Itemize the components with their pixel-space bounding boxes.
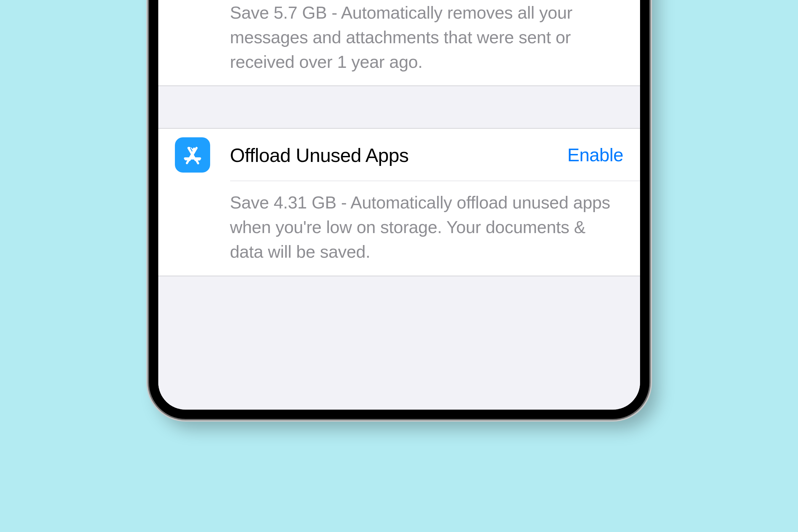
section-separator: [158, 86, 640, 129]
recommendation-title: Offload Unused Apps: [230, 144, 409, 166]
enable-button[interactable]: Enable: [567, 144, 623, 166]
phone-device-frame: Auto Delete Old Conversations Enable Sav…: [149, 0, 649, 419]
recommendation-title-row: Offload Unused Apps Enable: [230, 144, 624, 166]
section-separator: [158, 276, 640, 408]
settings-storage-screen: Auto Delete Old Conversations Enable Sav…: [158, 0, 640, 410]
app-store-icon: [175, 137, 210, 173]
recommendation-description: Save 4.31 GB - Automatically offload unu…: [158, 181, 640, 275]
phone-screen: Auto Delete Old Conversations Enable Sav…: [158, 0, 640, 410]
recommendation-offload-apps: Offload Unused Apps Enable Save 4.31 GB …: [158, 129, 640, 275]
recommendation-description: Save 5.7 GB - Automatically removes all …: [158, 0, 640, 86]
recommendation-auto-delete: Auto Delete Old Conversations Enable Sav…: [158, 0, 640, 86]
recommendation-header: Offload Unused Apps Enable: [158, 129, 640, 180]
